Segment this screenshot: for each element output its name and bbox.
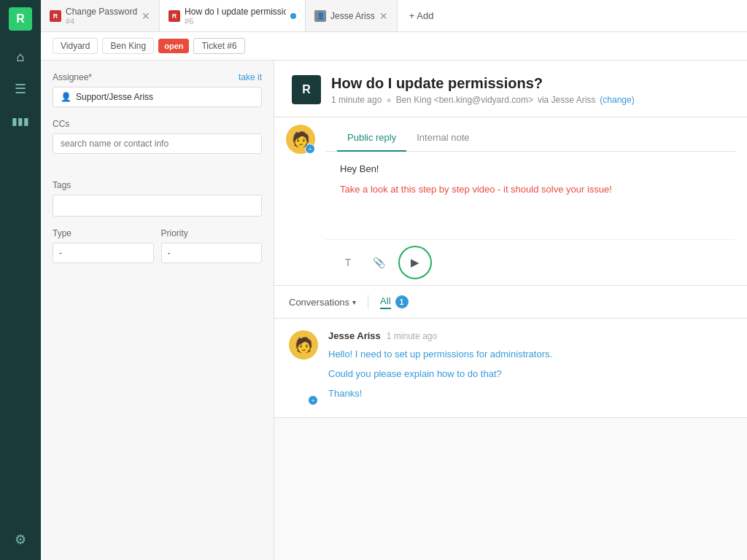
reply-tab-internal[interactable]: Internal note <box>406 125 479 152</box>
assignee-label: Assignee* take it <box>53 72 262 82</box>
tab-bar: R Change Password #4 ✕ R How do I update… <box>41 0 747 32</box>
assignee-field-group: Assignee* take it 👤 Support/Jesse Ariss <box>53 72 262 107</box>
tab-jesse-ariss[interactable]: 👤 Jesse Ariss ✕ <box>306 0 398 31</box>
text-format-button[interactable]: T <box>337 252 359 273</box>
right-panel: R How do I update permissions? 1 minute … <box>274 61 747 560</box>
message-sender: Jesse Ariss <box>328 330 381 341</box>
ticket-change-link[interactable]: (change) <box>600 95 634 105</box>
chevron-down-icon: ▾ <box>352 298 356 306</box>
tab-update-permissions-icon: R <box>169 10 180 22</box>
tab-jesse-ariss-close[interactable]: ✕ <box>379 11 388 21</box>
conversations-area: Conversations ▾ All 1 🧑 + <box>274 286 747 560</box>
sidebar-item-settings[interactable]: ⚙ <box>7 526 34 553</box>
tab-change-password-icon: R <box>50 10 61 22</box>
conversations-filter-all[interactable]: All 1 <box>380 295 408 309</box>
type-field-group: Type - <box>53 228 154 263</box>
tags-field-group: Tags <box>53 180 262 217</box>
message-avatar-badge: + <box>308 395 318 405</box>
conversations-label: Conversations <box>289 297 349 308</box>
message-line-1: Hello! I need to set up permissions for … <box>328 347 732 362</box>
message-body: Jesse Ariss 1 minute ago Hello! I need t… <box>328 330 732 405</box>
ticket-time: 1 minute ago <box>331 95 382 105</box>
sidebar-item-tickets[interactable]: ☰ <box>7 76 34 102</box>
tab-update-permissions[interactable]: R How do I update permissio... #6 <box>160 0 306 31</box>
breadcrumb-bar: Vidyard Ben King open Ticket #6 <box>41 32 747 61</box>
ccs-input-wrapper <box>53 133 262 154</box>
reply-content[interactable]: Hey Ben! Take a look at this step by ste… <box>325 152 735 239</box>
tab-update-permissions-dot <box>290 13 296 19</box>
message-avatar-wrap: 🧑 + <box>289 330 318 405</box>
tab-change-password[interactable]: R Change Password #4 ✕ <box>41 0 160 31</box>
ticket-meta: 1 minute ago ● Ben King <ben.king@vidyar… <box>331 95 635 105</box>
priority-select[interactable]: - <box>161 243 263 263</box>
compose-avatar-wrap: 🧑 + <box>286 125 315 154</box>
filter-all-count: 1 <box>395 295 409 308</box>
attach-button[interactable]: 📎 <box>368 252 390 273</box>
ccs-input[interactable] <box>61 139 254 149</box>
tags-label: Tags <box>53 180 262 190</box>
ticket-meta-dot: ● <box>386 95 391 105</box>
tab-change-password-close[interactable]: ✕ <box>142 11 150 21</box>
tab-add-button[interactable]: + Add <box>398 0 446 31</box>
tab-update-permissions-label: How do I update permissio... #6 <box>185 7 286 26</box>
message-time: 1 minute ago <box>387 331 437 341</box>
content-area: Assignee* take it 👤 Support/Jesse Ariss … <box>41 61 747 560</box>
assignee-value: Support/Jesse Ariss <box>76 92 153 102</box>
reply-container: Public reply Internal note Hey Ben! Take… <box>325 125 735 285</box>
priority-field-group: Priority - <box>161 228 263 263</box>
sidebar-item-home[interactable]: ⌂ <box>7 44 34 70</box>
sidebar-logo[interactable]: R <box>9 7 32 31</box>
video-button[interactable]: ▶ <box>398 246 432 279</box>
main-area: R Change Password #4 ✕ R How do I update… <box>41 0 747 560</box>
ticket-sender: Ben King <ben.king@vidyard.com> <box>396 95 533 105</box>
ccs-label: CCs <box>53 119 262 129</box>
ccs-field-group: CCs <box>53 119 262 154</box>
video-icon: ▶ <box>411 256 419 269</box>
ticket-title-area: How do I update permissions? 1 minute ag… <box>331 75 635 105</box>
conversations-header: Conversations ▾ All 1 <box>274 286 747 319</box>
reply-toolbar: T 📎 ▶ <box>325 239 735 285</box>
tab-jesse-ariss-label: Jesse Ariss <box>330 11 375 21</box>
conversations-dropdown[interactable]: Conversations ▾ <box>289 297 356 308</box>
breadcrumb-ticket[interactable]: Ticket #6 <box>193 38 244 54</box>
reply-area: 🧑 + Public reply Internal note Hey Ben! … <box>274 117 747 286</box>
type-select[interactable]: - <box>53 243 154 263</box>
reply-tab-public[interactable]: Public reply <box>337 125 406 152</box>
reply-tabs: Public reply Internal note <box>325 125 735 152</box>
filter-all-label: All <box>380 295 390 309</box>
sidebar-item-charts[interactable]: ▮▮▮ <box>7 108 34 134</box>
ticket-title: How do I update permissions? <box>331 75 635 92</box>
compose-avatar-badge: + <box>305 144 315 154</box>
message-text: Hello! I need to set up permissions for … <box>328 347 732 401</box>
conv-filter-divider <box>368 295 368 309</box>
ticket-header: R How do I update permissions? 1 minute … <box>274 61 747 117</box>
message-header: Jesse Ariss 1 minute ago <box>328 330 732 341</box>
user-icon: 👤 <box>61 92 71 102</box>
message-avatar: 🧑 <box>289 330 318 359</box>
message-line-2: Could you please explain how to do that? <box>328 367 732 382</box>
sidebar: R ⌂ ☰ ▮▮▮ ⚙ <box>0 0 41 560</box>
breadcrumb-vidyard[interactable]: Vidyard <box>53 38 98 54</box>
breadcrumb-ben-king[interactable]: Ben King <box>102 38 154 54</box>
reply-body: Take a look at this step by step video -… <box>340 182 721 197</box>
take-it-link[interactable]: take it <box>239 72 262 82</box>
ticket-avatar: R <box>292 75 321 104</box>
ticket-via: via Jesse Ariss <box>538 95 595 105</box>
type-label: Type <box>53 228 154 238</box>
assignee-input[interactable]: 👤 Support/Jesse Ariss <box>53 87 262 107</box>
breadcrumb-open-badge[interactable]: open <box>158 39 189 53</box>
content-wrapper: Vidyard Ben King open Ticket #6 Assignee… <box>41 32 747 560</box>
priority-label: Priority <box>161 228 263 238</box>
message-card: 🧑 + Jesse Ariss 1 minute ago Hello! I ne… <box>274 319 747 418</box>
tags-input[interactable] <box>53 195 262 217</box>
tab-jesse-ariss-icon: 👤 <box>314 10 326 22</box>
reply-greeting: Hey Ben! <box>340 162 721 176</box>
tab-change-password-label: Change Password #4 <box>66 7 137 26</box>
left-panel: Assignee* take it 👤 Support/Jesse Ariss … <box>41 61 274 560</box>
message-line-3: Thanks! <box>328 386 732 402</box>
